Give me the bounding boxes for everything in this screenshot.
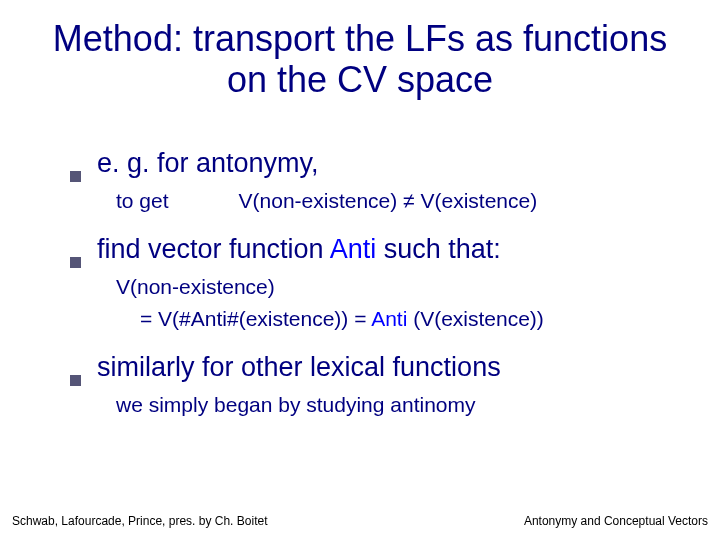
square-bullet-icon: [70, 171, 81, 182]
square-bullet-icon: [70, 257, 81, 268]
bullet-text-pre: find vector function: [97, 234, 330, 264]
footer-left: Schwab, Lafourcade, Prince, pres. by Ch.…: [12, 514, 267, 528]
slide-body: e. g. for antonymy, to getV(non-existenc…: [0, 109, 720, 420]
footer-right: Antonymy and Conceptual Vectors: [524, 514, 708, 528]
sub-line: V(non-existence): [116, 273, 660, 301]
sub-post: (V(existence)): [413, 307, 544, 330]
bullet-text-blue: Anti: [330, 234, 377, 264]
bullet-item: find vector function Anti such that: V(n…: [70, 233, 660, 333]
sub-line: we simply began by studying antinomy: [116, 391, 660, 419]
sub-line: to getV(non-existence) ≠ V(existence): [116, 187, 660, 215]
square-bullet-icon: [70, 375, 81, 386]
sub-line-indent: = V(#Anti#(existence)) = Anti (V(existen…: [140, 305, 660, 333]
sub-right: V(non-existence) ≠ V(existence): [239, 189, 538, 212]
bullet-item: similarly for other lexical functions we…: [70, 351, 660, 419]
bullet-text-post: such that:: [376, 234, 501, 264]
footer: Schwab, Lafourcade, Prince, pres. by Ch.…: [0, 514, 720, 528]
slide-title: Method: transport the LFs as functions o…: [0, 0, 720, 109]
sub-blue: Anti: [371, 307, 413, 330]
sub-pre: = V(#Anti#(existence)) =: [140, 307, 371, 330]
bullet-text: e. g. for antonymy,: [97, 147, 319, 181]
sub-left: to get: [116, 189, 169, 212]
bullet-item: e. g. for antonymy, to getV(non-existenc…: [70, 147, 660, 215]
bullet-text: find vector function Anti such that:: [97, 233, 501, 267]
bullet-text: similarly for other lexical functions: [97, 351, 501, 385]
